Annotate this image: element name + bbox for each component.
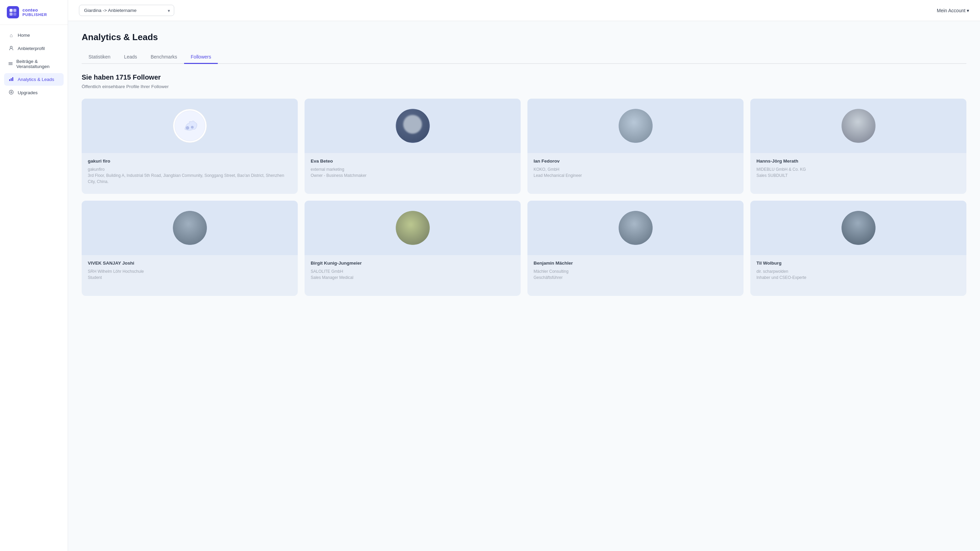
main-content: Giardina -> Anbietername Mein Account ▾ …	[68, 0, 980, 551]
account-label: Mein Account	[937, 8, 966, 13]
avatar-2	[396, 109, 430, 143]
follower-card-1[interactable]: gakuri firo gakunfiro 3rd Floor, Buildin…	[82, 98, 298, 194]
card-name-7: Benjamin Mächler	[533, 260, 737, 266]
card-detail-4: MIDEBLU GmbH & Co. KG Sales SUBDUILT	[756, 166, 960, 179]
follower-card-3[interactable]: Ian Fedorov KOKO, GmbH Lead Mechanical E…	[527, 98, 743, 194]
avatar-7	[619, 211, 653, 245]
card-avatar-section-2	[305, 98, 520, 153]
svg-point-4	[10, 46, 12, 48]
card-avatar-section-3	[527, 98, 743, 153]
card-name-3: Ian Fedorov	[533, 159, 737, 164]
svg-rect-0	[10, 9, 13, 12]
card-detail-1: gakunfiro 3rd Floor, Building A, Industr…	[88, 166, 292, 185]
sidebar-item-anbieterprofil[interactable]: Anbieterprofil	[4, 42, 64, 55]
sidebar-label-upgrades: Upgrades	[18, 90, 38, 95]
follower-card-4[interactable]: Hanns-Jörg Merath MIDEBLU GmbH & Co. KG …	[750, 98, 966, 194]
svg-rect-6	[8, 63, 13, 64]
card-body-5: VIVEK SANJAY Joshi SRH Wilhelm Löhr Hoch…	[82, 255, 298, 296]
tab-leads[interactable]: Leads	[118, 51, 144, 64]
follower-card-7[interactable]: Benjamin Mächler Mächler Consulting Gesc…	[527, 201, 743, 296]
card-body-3: Ian Fedorov KOKO, GmbH Lead Mechanical E…	[527, 153, 743, 194]
logo-text: conteo PUBLISHER	[22, 8, 47, 17]
page-title: Analytics & Leads	[82, 32, 966, 43]
menu-icon	[8, 61, 13, 67]
card-body-2: Eva Beteo external marketing Owner - Bus…	[305, 153, 520, 194]
svg-rect-8	[9, 79, 10, 81]
follower-card-8[interactable]: Til Wolburg dir. scharpwolden Inhaber un…	[750, 201, 966, 296]
logo-conteo: conteo	[22, 8, 47, 13]
card-name-8: Til Wolburg	[756, 260, 960, 266]
card-name-5: VIVEK SANJAY Joshi	[88, 260, 292, 266]
card-body-4: Hanns-Jörg Merath MIDEBLU GmbH & Co. KG …	[750, 153, 966, 194]
card-avatar-section-6	[305, 201, 520, 255]
follower-card-6[interactable]: Birgit Kunig-Jungmeier SALOLITE GmbH Sal…	[305, 201, 520, 296]
tabs-bar: Statistiken Leads Benchmarks Followers	[82, 51, 966, 64]
card-avatar-section-8	[750, 201, 966, 255]
card-body-8: Til Wolburg dir. scharpwolden Inhaber un…	[750, 255, 966, 296]
sidebar-item-home[interactable]: ⌂ Home	[4, 29, 64, 41]
svg-rect-5	[8, 62, 13, 63]
card-body-7: Benjamin Mächler Mächler Consulting Gesc…	[527, 255, 743, 296]
logo: conteo PUBLISHER	[0, 0, 68, 25]
card-avatar-section-1	[82, 98, 298, 153]
card-detail-6: SALOLITE GmbH Sales Manager Medical	[311, 268, 514, 281]
content-area: Analytics & Leads Statistiken Leads Benc…	[68, 21, 980, 551]
card-detail-7: Mächler Consulting Geschäftsführer	[533, 268, 737, 281]
sidebar-nav: ⌂ Home Anbieterprofil Beiträge & Veranst…	[0, 27, 68, 100]
sidebar-item-upgrades[interactable]: Upgrades	[4, 86, 64, 99]
upgrades-icon	[8, 90, 14, 95]
logo-icon	[7, 6, 19, 18]
avatar-6	[396, 211, 430, 245]
followers-subtitle: Öffentlich einsehbare Profile Ihrer Foll…	[82, 84, 966, 89]
tab-followers[interactable]: Followers	[184, 51, 218, 64]
svg-point-14	[186, 126, 189, 130]
svg-rect-10	[12, 77, 13, 81]
svg-rect-7	[8, 64, 13, 65]
avatar-8	[842, 211, 875, 245]
sidebar-label-anbieterprofil: Anbieterprofil	[18, 46, 45, 51]
sidebar: conteo PUBLISHER ⌂ Home Anbieterprofil B…	[0, 0, 68, 551]
followers-grid: gakuri firo gakunfiro 3rd Floor, Buildin…	[82, 98, 966, 296]
card-name-1: gakuri firo	[88, 159, 292, 164]
sidebar-item-beitraege[interactable]: Beiträge & Veranstaltungen	[4, 56, 64, 73]
card-body-1: gakuri firo gakunfiro 3rd Floor, Buildin…	[82, 153, 298, 194]
card-body-6: Birgit Kunig-Jungmeier SALOLITE GmbH Sal…	[305, 255, 520, 296]
follower-card-2[interactable]: Eva Beteo external marketing Owner - Bus…	[305, 98, 520, 194]
card-detail-2: external marketing Owner - Business Matc…	[311, 166, 514, 179]
svg-rect-9	[11, 78, 12, 81]
provider-dropdown[interactable]: Giardina -> Anbietername	[79, 5, 174, 16]
analytics-icon	[8, 76, 14, 82]
home-icon: ⌂	[8, 32, 14, 38]
svg-rect-1	[13, 9, 16, 12]
logo-publisher: PUBLISHER	[22, 13, 47, 17]
account-menu[interactable]: Mein Account ▾	[937, 8, 969, 13]
card-avatar-section-5	[82, 201, 298, 255]
card-name-6: Birgit Kunig-Jungmeier	[311, 260, 514, 266]
tab-statistiken[interactable]: Statistiken	[82, 51, 118, 64]
avatar-4	[842, 109, 875, 143]
avatar-3	[619, 109, 653, 143]
card-detail-3: KOKO, GmbH Lead Mechanical Engineer	[533, 166, 737, 179]
followers-count-heading: Sie haben 1715 Follower	[82, 73, 966, 81]
avatar-5	[173, 211, 207, 245]
svg-rect-3	[13, 13, 16, 16]
provider-dropdown-wrapper: Giardina -> Anbietername	[79, 5, 174, 16]
card-name-4: Hanns-Jörg Merath	[756, 159, 960, 164]
sidebar-label-home: Home	[18, 33, 30, 38]
topbar: Giardina -> Anbietername Mein Account ▾	[68, 0, 980, 21]
sidebar-item-analytics[interactable]: Analytics & Leads	[4, 73, 64, 86]
svg-point-15	[191, 126, 194, 129]
sidebar-label-beitraege: Beiträge & Veranstaltungen	[16, 59, 60, 69]
card-detail-5: SRH Wilhelm Löhr Hochschule Student	[88, 268, 292, 281]
tab-benchmarks[interactable]: Benchmarks	[144, 51, 184, 64]
card-detail-8: dir. scharpwolden Inhaber und CSEO-Exper…	[756, 268, 960, 281]
card-avatar-section-4	[750, 98, 966, 153]
card-name-2: Eva Beteo	[311, 159, 514, 164]
follower-card-5[interactable]: VIVEK SANJAY Joshi SRH Wilhelm Löhr Hoch…	[82, 201, 298, 296]
sidebar-label-analytics: Analytics & Leads	[18, 77, 54, 82]
account-chevron-icon: ▾	[967, 8, 969, 13]
card-avatar-section-7	[527, 201, 743, 255]
user-icon	[8, 46, 14, 51]
svg-rect-2	[10, 13, 13, 16]
avatar-1	[173, 109, 207, 143]
